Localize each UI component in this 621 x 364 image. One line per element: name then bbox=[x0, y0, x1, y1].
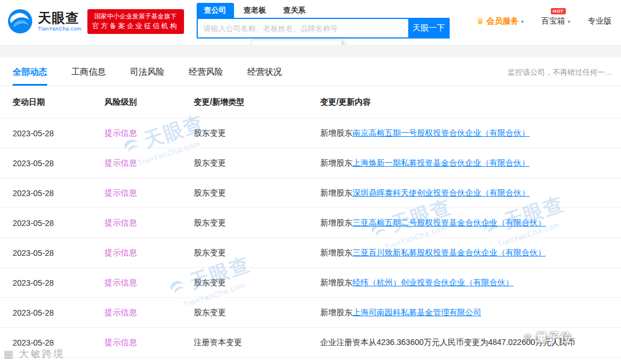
company-link[interactable]: 三亚百川致新私募股权投资基金合伙企业（有限合伙） bbox=[352, 248, 546, 257]
row-change-type: 注册资本变更 bbox=[194, 338, 320, 348]
bottom-left-watermark: ▦ 大敏跨境 bbox=[3, 347, 65, 361]
page-background-band bbox=[0, 45, 621, 58]
crown-icon: ♛ bbox=[476, 16, 484, 26]
row-change-content: 新增股东上海焕新一期私募投资基金合伙企业（有限合伙） bbox=[320, 158, 621, 168]
member-service-menu[interactable]: ♛ 会员服务 ▾ bbox=[476, 16, 523, 26]
table-row: 2023-05-28 提示信息 股东变更 新增股东南京高榕五期一号股权投资合伙企… bbox=[0, 118, 621, 148]
risk-level-tag: 提示信息 bbox=[105, 188, 137, 197]
row-change-content: 企业注册资本从4236.363600万元人民币变更为4847.022600万元人… bbox=[320, 338, 621, 348]
row-change-type: 股东变更 bbox=[194, 128, 320, 139]
change-content-text: 新增股东 bbox=[320, 158, 352, 167]
site-header: 天眼查 TianYanCha.com 国家中小企业发展子基金旗下 官方备案企业征… bbox=[0, 0, 621, 45]
toolbox-label: 百宝箱 bbox=[541, 16, 565, 26]
row-change-content: 新增股东上海司南园科私募基金管理有限公司 bbox=[320, 308, 621, 318]
risk-level-tag: 提示信息 bbox=[105, 248, 137, 257]
logo-domain-text: TianYanCha.com bbox=[38, 26, 82, 32]
row-change-date: 2023-05-28 bbox=[13, 129, 105, 138]
row-change-type: 股东变更 bbox=[194, 218, 320, 228]
row-change-content: 新增股东三亚百川致新私募股权投资基金合伙企业（有限合伙） bbox=[320, 248, 621, 258]
row-change-date: 2023-05-28 bbox=[13, 308, 105, 317]
change-content-text: 新增股东 bbox=[320, 218, 352, 227]
pro-version-link[interactable]: 专业版 bbox=[588, 16, 612, 26]
tab-operation-status[interactable]: 经营状况 bbox=[247, 67, 282, 86]
risk-level-tag: 提示信息 bbox=[105, 128, 137, 137]
table-row: 2023-05-28 提示信息 股东变更 新增股东深圳鼎晖泰科天使创业投资合伙企… bbox=[0, 178, 621, 208]
search-tab-company[interactable]: 查公司 bbox=[197, 3, 234, 18]
monitor-company-link[interactable]: 监控该公司，不再错过任何一… bbox=[508, 67, 612, 86]
risk-level-tag: 提示信息 bbox=[105, 338, 137, 347]
section-tabs: 全部动态 工商信息 司法风险 经营风险 经营状况 监控该公司，不再错过任何一… bbox=[0, 58, 621, 86]
table-row: 2023-05-28 提示信息 股东变更 新增股东三亚高榕五期二号股权投资基金合… bbox=[0, 208, 621, 238]
risk-level-tag: 提示信息 bbox=[105, 278, 137, 287]
column-header-change-type: 变更/新增类型 bbox=[194, 97, 320, 108]
row-change-content: 新增股东深圳鼎晖泰科天使创业投资合伙企业（有限合伙） bbox=[320, 188, 621, 198]
row-change-date: 2023-05-28 bbox=[13, 248, 105, 258]
row-change-date: 2023-05-28 bbox=[13, 189, 105, 198]
row-change-type: 股东变更 bbox=[194, 248, 320, 258]
company-link[interactable]: 上海焕新一期私募投资基金合伙企业（有限合伙） bbox=[352, 158, 530, 167]
gov-badge-line1: 国家中小企业发展子基金旗下 bbox=[93, 13, 179, 21]
company-link[interactable]: 南京高榕五期一号股权投资合伙企业（有限合伙） bbox=[352, 128, 530, 137]
risk-level-tag: 提示信息 bbox=[105, 158, 137, 167]
column-header-risk-level: 风险级别 bbox=[105, 97, 194, 108]
row-change-type: 股东变更 bbox=[194, 158, 320, 168]
search-input[interactable] bbox=[197, 18, 408, 39]
tianyancha-logo-icon bbox=[7, 8, 33, 35]
search-tab-boss[interactable]: 查老板 bbox=[236, 3, 274, 18]
company-link[interactable]: 深圳鼎晖泰科天使创业投资合伙企业（有限合伙） bbox=[352, 188, 530, 197]
row-change-type: 股东变更 bbox=[194, 308, 320, 318]
row-change-content: 新增股东南京高榕五期一号股权投资合伙企业（有限合伙） bbox=[320, 128, 621, 139]
chevron-down-icon: ▾ bbox=[521, 18, 524, 25]
grid-icon: ▦ bbox=[3, 348, 15, 361]
row-change-type: 股东变更 bbox=[194, 278, 320, 288]
search-tab-relation[interactable]: 查关系 bbox=[276, 3, 313, 18]
column-header-change-content: 变更/更新内容 bbox=[320, 97, 621, 108]
chevron-down-icon: ▾ bbox=[568, 18, 570, 25]
row-change-date: 2023-05-28 bbox=[13, 338, 105, 347]
tab-operation-risk[interactable]: 经营风险 bbox=[189, 67, 223, 86]
row-change-content: 新增股东三亚高榕五期二号股权投资基金合伙企业（有限合伙） bbox=[320, 218, 621, 228]
row-change-date: 2023-05-28 bbox=[13, 219, 105, 228]
bottom-left-watermark-text: 大敏跨境 bbox=[19, 347, 65, 361]
risk-level-tag: 提示信息 bbox=[105, 218, 137, 227]
tab-business-info[interactable]: 工商信息 bbox=[71, 67, 106, 86]
qbitai-watermark-text: 量子位 bbox=[536, 329, 572, 346]
search-suggestion-dropdown[interactable] bbox=[251, 40, 342, 45]
change-content-text: 新增股东 bbox=[320, 278, 352, 287]
toolbox-menu[interactable]: HOT 百宝箱 ▾ bbox=[541, 16, 570, 26]
table-row: 2023-05-28 提示信息 股东变更 新增股东上海焕新一期私募投资基金合伙企… bbox=[0, 148, 621, 178]
company-dynamics-panel: 全部动态 工商信息 司法风险 经营风险 经营状况 监控该公司，不再错过任何一… … bbox=[0, 58, 621, 358]
table-header-row: 变动日期 风险级别 变更/新增类型 变更/更新内容 bbox=[0, 86, 621, 118]
table-body: 2023-05-28 提示信息 股东变更 新增股东南京高榕五期一号股权投资合伙企… bbox=[0, 118, 621, 358]
page: 天眼查 TianYanCha.com 国家中小企业发展子基金旗下 官方备案企业征… bbox=[0, 0, 621, 364]
table-row: 2023-05-28 提示信息 股东变更 新增股东上海司南园科私募基金管理有限公… bbox=[0, 298, 621, 328]
tianyancha-logo[interactable]: 天眼查 TianYanCha.com bbox=[7, 8, 82, 35]
search-area: 查公司 查老板 查关系 天眼一下 bbox=[197, 3, 450, 39]
header-right-links: ♛ 会员服务 ▾ HOT 百宝箱 ▾ 专业版 bbox=[476, 16, 614, 26]
column-header-date: 变动日期 bbox=[13, 97, 105, 108]
change-content-text: 新增股东 bbox=[320, 308, 352, 317]
change-content-text: 新增股东 bbox=[320, 188, 352, 197]
table-row: 2023-05-28 提示信息 股东变更 新增股东经纬（杭州）创业投资合伙企业（… bbox=[0, 268, 621, 298]
search-tabs: 查公司 查老板 查关系 bbox=[197, 3, 450, 18]
hot-badge: HOT bbox=[551, 8, 566, 14]
search-button[interactable]: 天眼一下 bbox=[408, 18, 450, 39]
qbitai-logo-icon: ⚛ bbox=[523, 331, 533, 344]
change-content-text: 新增股东 bbox=[320, 128, 352, 137]
member-service-label: 会员服务 bbox=[486, 16, 519, 26]
tab-all-dynamics[interactable]: 全部动态 bbox=[13, 67, 47, 86]
row-change-content: 新增股东经纬（杭州）创业投资合伙企业（有限合伙） bbox=[320, 278, 621, 288]
change-content-text: 新增股东 bbox=[320, 248, 352, 257]
logo-brand-text: 天眼查 bbox=[38, 11, 82, 25]
risk-level-tag: 提示信息 bbox=[105, 308, 137, 317]
company-link[interactable]: 上海司南园科私募基金管理有限公司 bbox=[352, 308, 481, 317]
row-change-date: 2023-05-28 bbox=[13, 278, 105, 288]
pro-version-label: 专业版 bbox=[588, 16, 612, 26]
table-row: 2023-05-28 提示信息 股东变更 新增股东三亚百川致新私募股权投资基金合… bbox=[0, 238, 621, 268]
company-link[interactable]: 经纬（杭州）创业投资合伙企业（有限合伙） bbox=[352, 278, 513, 287]
company-link[interactable]: 三亚高榕五期二号股权投资基金合伙企业（有限合伙） bbox=[352, 218, 546, 227]
gov-badge-line2: 官方备案企业征信机构 bbox=[93, 22, 179, 30]
qbitai-watermark: ⚛ 量子位 bbox=[523, 329, 572, 346]
row-change-type: 股东变更 bbox=[194, 188, 320, 198]
tab-judicial-risk[interactable]: 司法风险 bbox=[130, 67, 164, 86]
